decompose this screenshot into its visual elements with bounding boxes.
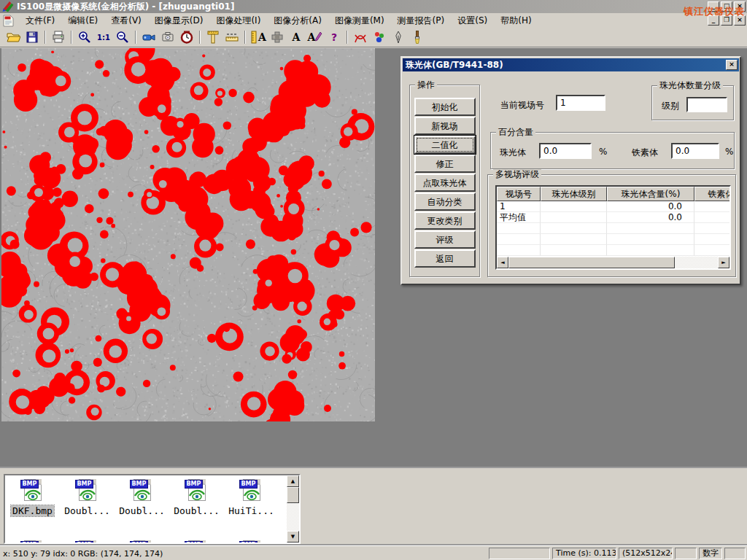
pick-pearlite-button[interactable]: 点取珠光体 xyxy=(414,174,476,192)
table-header-row: 视场号 珠光体级别 珠光体含量(%) 铁素体含量(%) xyxy=(497,187,731,201)
header-ferrite-content[interactable]: 铁素体含量(%) xyxy=(694,187,731,201)
menu-file[interactable]: 文件(F) xyxy=(19,13,61,28)
ferrite-percent-input[interactable] xyxy=(671,143,719,159)
table-horizontal-scrollbar[interactable]: ◄ ► xyxy=(497,257,729,268)
operation-group-label: 操作 xyxy=(415,79,437,90)
grade-group: 珠光体数量分级 级别 xyxy=(651,85,734,120)
classify-button[interactable] xyxy=(370,29,389,46)
ferrite-percent-sign: % xyxy=(725,147,733,157)
status-time-panel: Time (s): 0.113 xyxy=(552,548,616,559)
open-file-button[interactable] xyxy=(4,29,23,46)
zoom-actual-button[interactable]: 1:1 xyxy=(94,29,113,46)
caliper-button[interactable] xyxy=(204,29,222,46)
zoom-out-button[interactable] xyxy=(113,29,132,46)
file-name[interactable]: Doubl... xyxy=(172,505,221,516)
menu-image-analysis[interactable]: 图像分析(A) xyxy=(267,13,328,28)
timer-button[interactable] xyxy=(177,29,196,46)
help-button[interactable]: ? xyxy=(325,29,344,46)
save-button[interactable] xyxy=(23,29,42,46)
header-pearlite-content[interactable]: 珠光体含量(%) xyxy=(607,187,694,201)
file-panel: BMP DKF.bmp BMP Doubl... BMP Doubl... BM… xyxy=(0,467,747,545)
edit-annotation-button[interactable]: A xyxy=(306,29,325,46)
cell-field-no: 1 xyxy=(497,201,541,212)
file-name[interactable]: DKF.bmp xyxy=(11,505,54,516)
curve-tool-button[interactable] xyxy=(351,29,370,46)
file-name[interactable]: HuiTi... xyxy=(227,505,276,516)
current-field-input[interactable] xyxy=(556,95,605,111)
scroll-up-arrow[interactable]: ▲ xyxy=(287,475,299,487)
brush-tool-button[interactable] xyxy=(408,29,427,46)
pearlite-percent-input[interactable] xyxy=(539,143,592,159)
pencil-icon xyxy=(315,31,322,44)
photo-capture-button[interactable] xyxy=(158,29,177,46)
file-name[interactable]: Doubl... xyxy=(117,505,166,516)
pearlite-percent-sign: % xyxy=(599,147,607,157)
status-blank-panel xyxy=(675,548,697,559)
menu-image-display[interactable]: 图像显示(D) xyxy=(148,13,210,28)
grade-label: 级别 xyxy=(662,100,679,112)
file-item[interactable]: BMP Doubl... xyxy=(169,475,224,534)
binarize-button[interactable]: 二值化 xyxy=(414,136,476,154)
menu-view[interactable]: 查看(V) xyxy=(104,13,148,28)
grade-input[interactable] xyxy=(686,97,727,112)
file-item[interactable]: BMP Doubl... xyxy=(60,475,115,534)
auto-classify-button[interactable]: 自动分类 xyxy=(414,192,476,211)
menu-edit[interactable]: 编辑(E) xyxy=(61,13,104,28)
menu-help[interactable]: 帮助(H) xyxy=(494,13,538,28)
zoom-in-button[interactable] xyxy=(75,29,94,46)
micro-image[interactable] xyxy=(1,48,375,421)
file-item[interactable]: BMP xyxy=(5,537,60,544)
multi-field-table[interactable]: 视场号 珠光体级别 珠光体含量(%) 铁素体含量(%) 1 0.0 平均值 0.… xyxy=(495,185,731,270)
document-icon[interactable] xyxy=(3,15,15,26)
header-pearlite-grade[interactable]: 珠光体级别 xyxy=(541,187,607,201)
return-button[interactable]: 返回 xyxy=(414,249,476,268)
print-button[interactable] xyxy=(49,29,68,46)
bmp-badge: BMP xyxy=(130,480,149,489)
dialog-title-bar[interactable]: 珠光体(GB/T9441-88) × xyxy=(403,58,739,71)
header-field-no[interactable]: 视场号 xyxy=(497,187,541,201)
file-item[interactable]: BMP Doubl... xyxy=(115,475,169,534)
toolbar-separator xyxy=(347,31,348,44)
new-field-button[interactable]: 新视场 xyxy=(414,117,476,135)
file-item[interactable]: BMP HuiTi... xyxy=(224,475,279,534)
measure-text-button[interactable]: A xyxy=(249,29,268,46)
ruler-button[interactable] xyxy=(222,29,241,46)
table-row[interactable]: 平均值 0.0 xyxy=(497,212,731,223)
menu-settings[interactable]: 设置(S) xyxy=(451,13,494,28)
init-button[interactable]: 初始化 xyxy=(414,98,476,116)
file-row: BMP DKF.bmp BMP Doubl... BMP Doubl... BM… xyxy=(5,475,286,534)
app-icon xyxy=(1,1,15,12)
file-list[interactable]: BMP DKF.bmp BMP Doubl... BMP Doubl... BM… xyxy=(4,474,301,544)
correct-button[interactable]: 修正 xyxy=(414,155,476,173)
percent-group-label: 百分含量 xyxy=(496,127,535,137)
text-annotation-label: A xyxy=(293,31,301,43)
menu-image-measure[interactable]: 图像测量(M) xyxy=(328,13,391,28)
file-list-scrollbar[interactable]: ▲ ▼ xyxy=(287,475,299,542)
scroll-thumb[interactable] xyxy=(508,257,675,268)
scroll-right-arrow[interactable]: ► xyxy=(718,257,729,268)
menu-measure-report[interactable]: 测量报告(P) xyxy=(391,13,452,28)
menu-image-process[interactable]: 图像处理(I) xyxy=(209,13,267,28)
zoom-in-icon xyxy=(77,30,92,44)
grid-tool-button[interactable] xyxy=(268,29,287,46)
file-item[interactable]: BMP xyxy=(169,537,224,544)
file-item[interactable]: BMP xyxy=(115,537,169,544)
camera-icon xyxy=(160,30,175,44)
file-name[interactable]: Doubl... xyxy=(63,505,112,516)
bmp-file-icon: BMP xyxy=(186,540,208,544)
file-item[interactable]: BMP xyxy=(60,537,115,544)
scroll-left-arrow[interactable]: ◄ xyxy=(497,257,508,268)
text-annotation-button[interactable]: A xyxy=(287,29,306,46)
change-class-button[interactable]: 更改类别 xyxy=(414,211,476,230)
scroll-thumb[interactable] xyxy=(287,487,299,503)
rate-button[interactable]: 评级 xyxy=(414,230,476,249)
brush-icon xyxy=(410,30,425,44)
multi-field-group: 多视场评级 视场号 珠光体级别 珠光体含量(%) 铁素体含量(%) 1 0.0 … xyxy=(487,174,736,277)
table-row[interactable]: 1 0.0 xyxy=(497,201,731,212)
video-capture-button[interactable] xyxy=(139,29,158,46)
file-item[interactable]: BMP xyxy=(224,537,279,544)
scroll-down-arrow[interactable]: ▼ xyxy=(287,531,299,542)
pen-tool-button[interactable] xyxy=(389,29,408,46)
dialog-close-button[interactable]: × xyxy=(726,60,738,70)
file-item[interactable]: BMP DKF.bmp xyxy=(5,475,60,534)
